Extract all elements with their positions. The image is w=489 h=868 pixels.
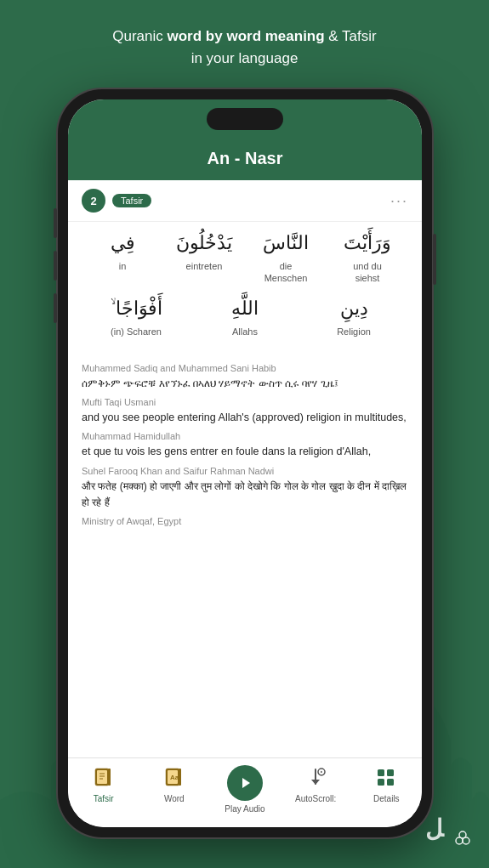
tafsir-badge: Tafsir [112,194,151,207]
word-icon: Aa [162,765,187,791]
nav-item-tafsir[interactable]: Tafsir [80,765,127,803]
details-icon [373,765,399,791]
tafsir-author-1: Muhammed Sadiq and Muhammed Sani Habib [82,363,408,373]
arabic-word-6[interactable]: اللَّهِ Allahs [215,296,275,338]
arabic-word-7[interactable]: دِينِ Religion [324,296,384,338]
svg-rect-1 [97,770,107,784]
phone-frame: An - Nasr 2 Tafsir ··· وَرَأَيْتَ und du… [58,89,432,837]
svg-text:ﻞ: ﻞ [425,815,445,842]
svg-point-19 [459,831,466,838]
camera-notch [207,108,283,130]
arabic-row-1: وَرَأَيْتَ und dusiehst النَّاسَ dieMens… [82,230,408,284]
svg-rect-14 [378,779,384,786]
scroll-icon [303,765,328,791]
arabic-word-5[interactable]: أَفْوَاجًا ۙ (in) Scharen [106,296,166,338]
svg-marker-10 [242,778,250,788]
arabic-section: وَرَأَيْتَ und dusiehst النَّاسَ dieMens… [68,222,422,358]
nav-item-word[interactable]: Aa Word [151,765,197,803]
book-icon [91,765,117,791]
more-options-button[interactable]: ··· [390,192,408,210]
content-area: 2 Tafsir ··· وَرَأَيْتَ und dusiehst الن… [68,180,422,746]
nav-label-play-audio: Play Audio [225,804,264,814]
app-header: Quranic word by word meaning & Tafsir in… [0,26,489,69]
tafsir-body-3: et que tu vois les gens entrer en foule … [82,444,408,460]
arabic-word-2[interactable]: يَدْخُلُونَ eintreten [174,230,234,272]
phone-screen: An - Nasr 2 Tafsir ··· وَرَأَيْتَ und du… [68,99,422,827]
surah-title: An - Nasr [68,149,422,168]
arabic-row-2: دِينِ Religion اللَّهِ Allahs أَفْوَاجًا… [82,296,408,338]
nav-label-autoscroll: AutoScroll: [295,794,336,803]
arabic-word-3[interactable]: النَّاسَ dieMenschen [256,230,316,284]
nav-label-tafsir: Tafsir [94,794,114,803]
play-icon [227,765,263,801]
bottom-nav: Tafsir Aa Word [68,757,422,827]
tafsir-body-2: and you see people entering Allah's (app… [82,410,408,426]
svg-rect-9 [179,769,181,786]
tafsir-author-4: Suhel Farooq Khan and Saifur Rahman Nadw… [82,466,408,476]
arabic-word-1[interactable]: فِي in [93,230,152,272]
nav-label-details: Details [373,794,400,803]
nav-item-autoscroll[interactable]: AutoScroll: [293,765,339,803]
svg-rect-5 [108,769,111,786]
svg-rect-15 [387,779,394,786]
tafsir-section: Muhammed Sadiq and Muhammed Sani Habib ሰ… [68,358,422,529]
tafsir-author-5: Ministry of Awqaf, Egypt [82,516,408,526]
svg-rect-12 [378,769,384,776]
tafsir-body-4: और फतेह (मक्का) हो जाएगी और तुम लोगों को… [82,479,408,511]
verse-header: 2 Tafsir ··· [68,180,422,222]
nav-item-details[interactable]: Details [363,765,410,803]
svg-text:Aa: Aa [170,774,179,781]
app-title-bar: An - Nasr [68,142,422,180]
svg-rect-13 [387,769,394,776]
tafsir-author-2: Mufti Taqi Usmani [82,397,408,407]
nav-item-play-audio[interactable]: Play Audio [221,765,268,814]
tafsir-author-3: Muhammad Hamidullah [82,431,408,441]
arabic-word-4[interactable]: وَرَأَيْتَ und dusiehst [338,230,397,284]
tafsir-body-1: ሰምቅኑም ጭፍሮቹ እየኘኑፈ በኣለህ ሃይማኖት ውስጥ ሲሩ ባየሃ ጊ… [82,376,408,392]
verse-number: 2 [82,189,105,213]
app-logo: ﻞ [421,811,472,853]
nav-label-word: Word [164,794,185,803]
